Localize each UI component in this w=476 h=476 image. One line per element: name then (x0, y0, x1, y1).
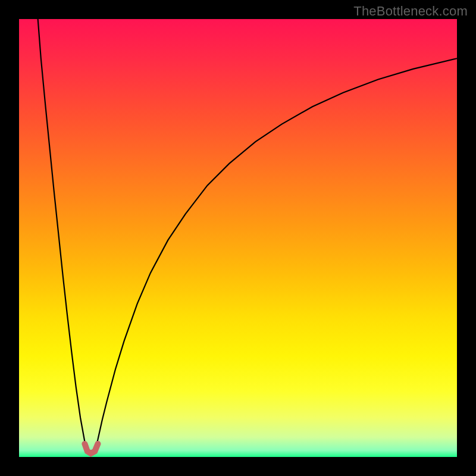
curve-left-branch (38, 19, 87, 451)
chart-frame: TheBottleneck.com (0, 0, 476, 476)
watermark-text: TheBottleneck.com (353, 4, 468, 19)
curve-layer (19, 19, 457, 457)
curve-right-branch (95, 58, 457, 451)
minimum-marker (84, 444, 98, 453)
plot-area (19, 19, 457, 457)
